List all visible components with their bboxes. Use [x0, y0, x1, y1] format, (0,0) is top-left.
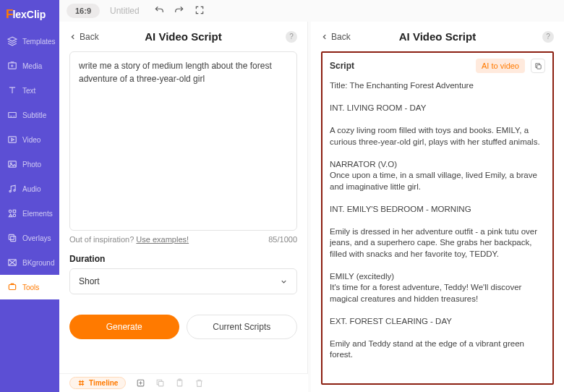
sidebar-item-tools[interactable]: Tools — [0, 275, 59, 299]
sidebar-item-text[interactable]: Text — [0, 78, 59, 103]
panel-title-right: AI Video Script — [399, 30, 476, 43]
bottom-strip: Timeline — [59, 373, 308, 392]
app-logo: FlexClip — [0, 3, 59, 29]
script-text[interactable]: Title: The Enchanting Forest Adventure I… — [330, 80, 545, 376]
undo-icon — [154, 5, 164, 15]
inspiration-text: Out of inspiration? Use examples! — [69, 235, 189, 244]
panel-title-left: AI Video Script — [145, 30, 221, 43]
document-title[interactable]: Untitled — [110, 6, 140, 16]
logo-rest: lexClip — [12, 9, 46, 20]
sidebar-item-media[interactable]: Media — [0, 54, 59, 78]
redo-button[interactable] — [174, 5, 184, 17]
subtitle-icon — [7, 110, 17, 120]
sidebar-item-label: Tools — [22, 284, 39, 291]
back-label: Back — [331, 32, 351, 42]
trash-icon — [195, 378, 204, 388]
sidebar-item-label: Elements — [22, 210, 53, 218]
sidebar: FlexClip Templates Media Text Subtitle V… — [0, 0, 59, 392]
clipboard-icon — [175, 378, 184, 388]
fullscreen-button[interactable] — [195, 5, 205, 17]
sidebar-item-bkground[interactable]: BKground — [0, 250, 59, 275]
sidebar-item-label: Subtitle — [22, 111, 46, 119]
plus-box-icon — [136, 378, 145, 388]
svg-point-9 — [13, 214, 16, 217]
help-button-left[interactable]: ? — [286, 31, 297, 43]
add-scene-button[interactable] — [136, 378, 145, 388]
media-icon — [7, 61, 17, 71]
back-button-right[interactable]: Back — [321, 32, 351, 42]
generate-button[interactable]: Generate — [69, 315, 179, 339]
timeline-button[interactable]: Timeline — [69, 377, 126, 389]
fullscreen-icon — [195, 5, 205, 15]
svg-rect-13 — [9, 285, 15, 290]
copy-button[interactable] — [531, 59, 545, 73]
sidebar-item-label: BKground — [22, 259, 54, 267]
help-button-right[interactable]: ? — [542, 31, 554, 43]
svg-rect-2 — [9, 137, 17, 142]
use-examples-link[interactable]: Use examples! — [136, 235, 189, 244]
sidebar-item-label: Audio — [22, 185, 41, 193]
timeline-label: Timeline — [89, 379, 118, 387]
aspect-ratio-pill[interactable]: 16:9 — [67, 4, 100, 18]
sidebar-item-label: Text — [22, 87, 35, 95]
sidebar-item-photo[interactable]: Photo — [0, 152, 59, 176]
copy-icon — [534, 62, 542, 70]
duration-label: Duration — [69, 254, 297, 264]
svg-point-6 — [14, 189, 15, 191]
overlays-icon — [7, 233, 17, 243]
svg-point-7 — [9, 210, 12, 213]
char-counter: 85/1000 — [268, 235, 297, 244]
right-panel: Back AI Video Script ? Script AI to vide… — [311, 22, 564, 392]
ai-to-video-button[interactable]: AI to video — [476, 59, 525, 73]
photo-icon — [7, 159, 17, 169]
chevron-down-icon — [280, 278, 288, 286]
templates-icon — [7, 36, 17, 46]
sidebar-item-label: Templates — [22, 38, 56, 46]
text-icon — [7, 85, 17, 95]
audio-icon — [7, 184, 17, 194]
duration-value: Short — [79, 276, 100, 286]
sidebar-item-label: Photo — [22, 161, 41, 169]
topbar: 16:9 Untitled — [59, 0, 564, 22]
elements-icon — [7, 208, 17, 218]
svg-rect-14 — [537, 64, 541, 69]
background-icon — [7, 257, 17, 268]
back-button-left[interactable]: Back — [69, 32, 99, 42]
video-icon — [7, 135, 17, 145]
chevron-left-icon — [69, 33, 77, 41]
redo-icon — [174, 5, 184, 15]
svg-rect-10 — [9, 234, 14, 239]
timeline-icon — [77, 379, 85, 387]
svg-rect-8 — [13, 210, 16, 213]
chevron-left-icon — [321, 33, 328, 41]
duplicate-icon — [155, 378, 165, 388]
sidebar-item-elements[interactable]: Elements — [0, 201, 59, 226]
duplicate-button[interactable] — [155, 378, 165, 388]
sidebar-item-label: Overlays — [22, 234, 51, 242]
sidebar-item-audio[interactable]: Audio — [0, 176, 59, 201]
left-panel: Back AI Video Script ? Out of inspiratio… — [59, 22, 308, 392]
delete-button[interactable] — [195, 378, 204, 388]
svg-rect-11 — [11, 237, 16, 242]
paste-button[interactable] — [175, 378, 184, 388]
sidebar-item-templates[interactable]: Templates — [0, 29, 59, 54]
sidebar-item-subtitle[interactable]: Subtitle — [0, 103, 59, 127]
sidebar-item-video[interactable]: Video — [0, 127, 59, 152]
svg-point-5 — [9, 190, 11, 192]
svg-rect-16 — [159, 381, 164, 386]
svg-rect-1 — [9, 113, 17, 118]
sidebar-item-label: Video — [22, 136, 40, 144]
prompt-input[interactable] — [69, 51, 297, 231]
sidebar-item-overlays[interactable]: Overlays — [0, 226, 59, 250]
tools-icon — [7, 282, 17, 292]
sidebar-item-label: Media — [22, 62, 42, 70]
current-scripts-button[interactable]: Current Scripts — [187, 315, 298, 339]
duration-select[interactable]: Short — [69, 268, 297, 294]
undo-button[interactable] — [154, 5, 164, 17]
back-label: Back — [80, 32, 99, 42]
script-output: Script AI to video Title: The Enchanting… — [321, 51, 554, 385]
script-heading: Script — [330, 61, 470, 71]
